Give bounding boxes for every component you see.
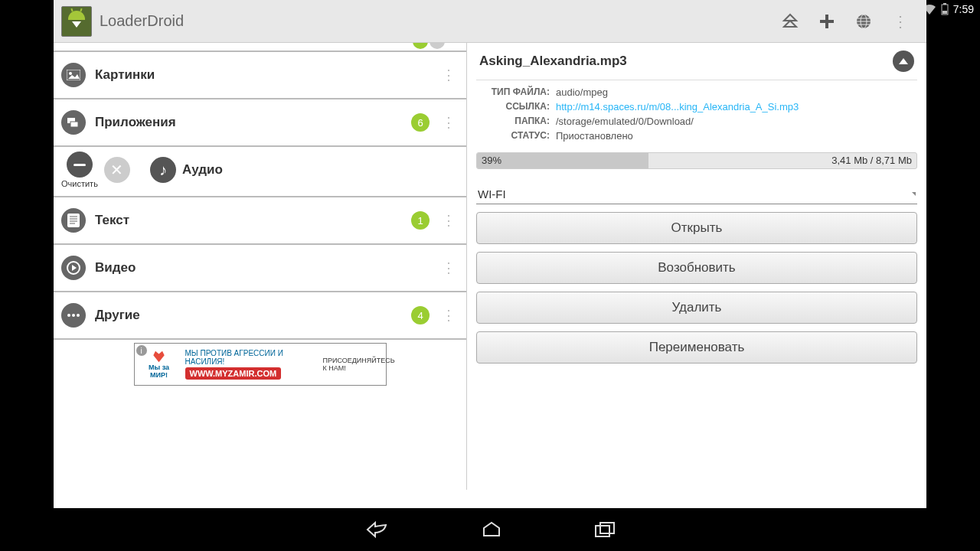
category-menu-icon[interactable]: ⋮ [439,259,459,276]
open-button[interactable]: Открыть [476,212,917,244]
dropdown-icon [912,192,916,196]
apps-icon [61,110,86,135]
category-apps[interactable]: Приложения 6 ⋮ [54,99,466,147]
nav-bar [0,508,980,551]
clear-button[interactable] [67,152,93,178]
svg-rect-9 [67,214,80,227]
category-audio-expanded: Очистить ✕ ♪ Аудио [54,147,466,197]
audio-icon: ♪ [150,157,176,183]
ad-cta: ПРИСОЕДИНЯЙТЕСЬ К НАМ! [323,357,384,372]
app-title: LoaderDroid [100,12,772,30]
ad-banner[interactable]: i Мы заМИР! МЫ ПРОТИВ АГРЕССИИ И НАСИЛИЯ… [134,343,387,386]
category-label: Картинки [95,67,430,83]
category-label: Видео [95,260,430,276]
ad-marker-icon: i [136,345,147,356]
category-menu-icon[interactable]: ⋮ [439,307,459,324]
category-label: Текст [95,213,402,228]
back-icon[interactable] [364,520,389,539]
category-other[interactable]: Другие 4 ⋮ [54,292,466,340]
cancel-button[interactable]: ✕ [104,157,130,183]
svg-point-13 [77,314,80,317]
ad-text: МЫ ПРОТИВ АГРЕССИИ И НАСИЛИЯ!WWW.MYZAMIR… [185,349,320,380]
category-label: Другие [95,308,402,323]
add-icon[interactable] [808,3,845,40]
category-label: Аудио [182,162,223,178]
category-label: Приложения [95,115,402,130]
text-icon [61,208,86,233]
category-video[interactable]: Видео ⋮ [54,245,466,292]
count-badge: 6 [411,113,430,132]
clock: 7:59 [953,3,974,15]
svg-rect-1 [943,3,946,5]
svg-rect-8 [70,122,78,127]
category-menu-icon[interactable]: ⋮ [439,212,459,229]
svg-point-12 [72,314,75,317]
network-selector[interactable]: WI-FI [476,184,917,204]
progress-bar: 39% 3,41 Mb / 8,71 Mb [476,152,917,169]
action-bar: LoaderDroid ⋮ [54,0,926,43]
file-url[interactable]: http://m14.spaces.ru/m/08...king_Alexand… [556,101,914,112]
other-icon [61,303,86,328]
globe-icon[interactable] [845,3,882,40]
overflow-icon[interactable]: ⋮ [882,3,919,40]
count-badge: 4 [411,306,430,324]
app-logo [61,6,92,37]
collapse-icon[interactable] [893,51,914,72]
delete-button[interactable]: Удалить [476,292,917,324]
priority-icon[interactable] [772,3,808,40]
home-icon[interactable] [481,520,502,539]
category-menu-icon[interactable]: ⋮ [439,67,459,83]
category-text[interactable]: Текст 1 ⋮ [54,197,466,245]
clear-label: Очистить [61,179,98,188]
rename-button[interactable]: Переименовать [476,331,917,364]
video-icon [61,256,86,280]
svg-rect-2 [942,11,947,14]
category-menu-icon[interactable]: ⋮ [439,114,459,131]
category-truncated [54,43,466,52]
file-title: Asking_Alexandria.mp3 [479,54,893,69]
svg-point-11 [67,314,70,317]
recents-icon[interactable] [594,521,616,538]
svg-rect-14 [596,526,609,536]
resume-button[interactable]: Возобновить [476,252,917,284]
svg-point-6 [69,72,72,75]
battery-icon [941,3,949,15]
file-meta: ТИП ФАЙЛА:audio/mpeg ССЫЛКА:http://m14.s… [476,80,917,151]
count-badge: 1 [411,211,430,230]
image-icon [61,63,86,87]
svg-rect-15 [600,523,614,533]
category-images[interactable]: Картинки ⋮ [54,52,466,99]
